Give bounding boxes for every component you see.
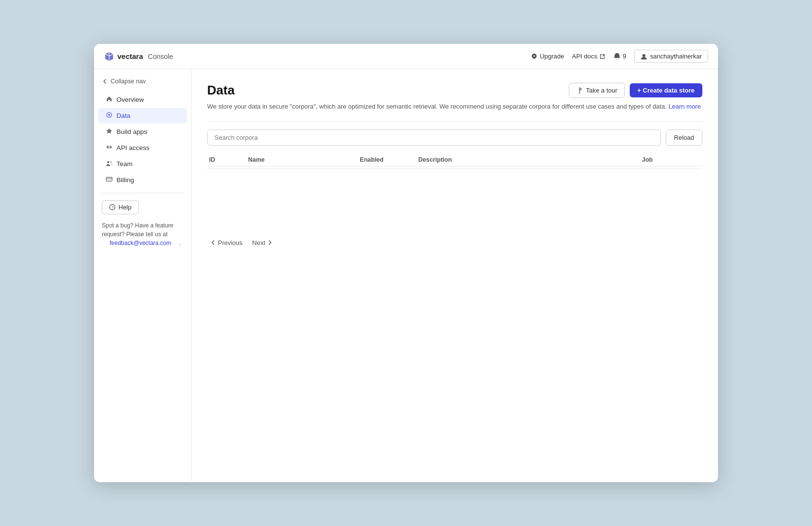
- team-icon: [106, 160, 113, 168]
- sidebar-item-data[interactable]: Data: [98, 108, 187, 123]
- svg-point-4: [107, 161, 109, 163]
- help-text: Spot a bug? Have a feature request? Plea…: [94, 216, 191, 249]
- billing-icon: [106, 176, 113, 184]
- svg-point-3: [108, 114, 110, 116]
- table-divider: [207, 169, 702, 169]
- svg-point-1: [642, 54, 645, 57]
- take-tour-button[interactable]: Take a tour: [569, 83, 624, 98]
- logo-text: vectara: [117, 52, 143, 60]
- create-data-store-button[interactable]: + Create data store: [630, 83, 702, 97]
- col-description: Description: [418, 156, 642, 163]
- sidebar-divider: [102, 193, 183, 193]
- page-header: Data Take a tour + Create data store: [207, 83, 702, 98]
- home-icon: [106, 95, 113, 104]
- col-name: Name: [248, 156, 360, 163]
- topbar-left: vectara Console: [104, 51, 173, 62]
- svg-text:?: ?: [112, 206, 114, 210]
- sidebar-item-billing[interactable]: Billing: [98, 172, 187, 188]
- help-button[interactable]: ? Help: [102, 200, 139, 214]
- chevron-left-icon: [102, 78, 108, 84]
- sidebar: Collapse nav Overview Data Build apps: [94, 69, 192, 482]
- svg-point-5: [110, 161, 112, 163]
- table-body: [207, 175, 702, 233]
- sidebar-item-api-access[interactable]: API access: [98, 140, 187, 155]
- help-circle-icon: ?: [109, 204, 116, 210]
- col-enabled: Enabled: [360, 156, 418, 163]
- svg-point-0: [533, 55, 535, 56]
- build-apps-icon: [106, 128, 113, 136]
- svg-rect-6: [106, 177, 112, 181]
- api-icon: [106, 144, 113, 152]
- logo: vectara: [104, 51, 143, 62]
- data-icon: [106, 112, 113, 120]
- external-link-icon: [599, 54, 605, 59]
- sidebar-item-team[interactable]: Team: [98, 156, 187, 171]
- table-header: ID Name Enabled Description Job: [207, 153, 702, 167]
- previous-button[interactable]: Previous: [207, 237, 246, 248]
- sidebar-item-build-apps[interactable]: Build apps: [98, 124, 187, 139]
- arrow-left-icon: [210, 240, 216, 245]
- content-area: Data Take a tour + Create data store We …: [192, 69, 718, 482]
- pagination: Previous Next: [207, 233, 702, 252]
- page-actions: Take a tour + Create data store: [569, 83, 702, 98]
- bell-icon: [613, 53, 621, 60]
- topbar-right: Upgrade API docs 9 sanchaythalnerkar: [531, 50, 708, 63]
- topbar: vectara Console Upgrade API docs 9 sanch…: [94, 44, 718, 69]
- user-menu-button[interactable]: sanchaythalnerkar: [634, 50, 708, 63]
- page-title: Data: [207, 83, 234, 98]
- vectara-logo-icon: [104, 51, 115, 62]
- arrow-right-icon: [267, 240, 273, 245]
- learn-more-link[interactable]: Learn more: [668, 103, 700, 110]
- rocket-icon: [531, 53, 538, 60]
- notifications-button[interactable]: 9: [613, 53, 626, 60]
- console-label: Console: [148, 53, 173, 60]
- col-id: ID: [209, 156, 248, 163]
- user-icon: [640, 53, 647, 60]
- upgrade-button[interactable]: Upgrade: [531, 53, 564, 60]
- feedback-email-link[interactable]: feedback@vectara.com: [102, 240, 179, 246]
- sidebar-item-overview[interactable]: Overview: [98, 92, 187, 107]
- reload-button[interactable]: Reload: [666, 130, 702, 146]
- tour-icon: [576, 87, 583, 94]
- col-job: Job: [642, 156, 700, 163]
- search-row: Reload: [207, 130, 702, 146]
- search-corpora-input[interactable]: [207, 130, 661, 146]
- collapse-nav-button[interactable]: Collapse nav: [94, 75, 191, 90]
- next-button[interactable]: Next: [250, 237, 276, 248]
- main-layout: Collapse nav Overview Data Build apps: [94, 69, 718, 482]
- api-docs-button[interactable]: API docs: [572, 53, 605, 60]
- page-divider: [207, 121, 702, 122]
- page-description: We store your data in secure "corpora", …: [207, 102, 702, 112]
- notification-count: 9: [623, 53, 626, 60]
